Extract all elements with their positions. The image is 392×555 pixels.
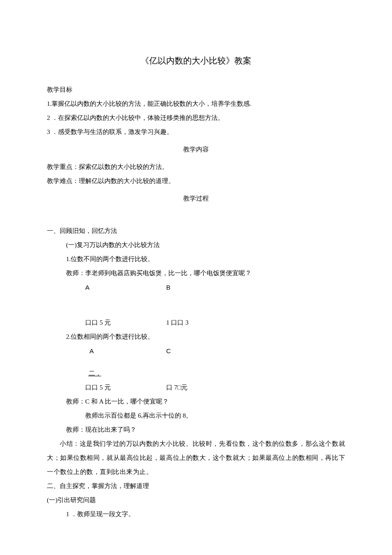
price-row-2-values: 口口 5 元 口 7□元 — [47, 381, 345, 395]
price-a2: 口口 5 元 — [85, 381, 119, 395]
goal-2: 2 ．在探索亿以内数的大小比较中，体验迁移类推的思想方法。 — [47, 111, 345, 125]
label-a2: A — [85, 344, 119, 358]
section-1-subtitle: (一)复习万以内数的大小比较方法 — [47, 238, 345, 252]
label-c: C — [166, 344, 200, 358]
price-b: 1 口口 3 — [166, 316, 200, 330]
price-a: 口口 5 元 — [85, 316, 119, 330]
process-heading: 教学过程 — [47, 192, 345, 206]
label-a: A — [85, 280, 119, 294]
section-1-teacher-2: 教师：C 和 A 比一比，哪个便宜呢？ — [47, 395, 345, 409]
section-1-item-1: 1.位数不同的两个数进行比较。 — [47, 252, 345, 266]
goal-1: 1.掌握亿以内数的大小比较的方法，能正确比较数的大小，培养学生数感. — [47, 97, 345, 111]
content-heading: 教学内容 — [47, 142, 345, 157]
teaching-difficulty: 教学难点：理解亿以内数的大小比较的道理。 — [47, 174, 345, 188]
price-row-1-values: 口口 5 元 1 口口 3 — [47, 316, 345, 330]
price-row-2-labels: A C — [47, 344, 345, 358]
section-1-teacher-3: 教师：现在比出来了吗？ — [47, 423, 345, 437]
section-2-title: 二、自主探究，掌握方法，理解道理 — [47, 479, 345, 493]
section-2-subtitle: (一)引出研究问题 — [47, 493, 345, 507]
section-1-item-2: 2.位数相同的两个数进行比较。 — [47, 330, 345, 344]
price-c: 口 7□元 — [166, 381, 200, 395]
two-underline: 二， — [47, 366, 345, 381]
document-title: 《亿以内数的大小比较》教案 — [47, 51, 345, 70]
teaching-focus: 教学重点：探索亿以数的大小比较的方法。 — [47, 160, 345, 174]
section-2-item-1: 1 ．教师呈现一段文字。 — [47, 507, 345, 521]
section-1-teacher-1: 教师：李老师到电器店购买电饭煲，比一比，哪个电饭煲便宜呢？ — [47, 266, 345, 280]
section-1-summary: 小结：这是我们学过的万以内数的大小比较。比较时，先看位数，这个数的位数多，那么这… — [47, 437, 345, 479]
section-1-title: 一、回顾旧知，回忆方法 — [47, 224, 345, 238]
goal-3: 3 ．感受数学与生活的联系，激发学习兴趣。 — [47, 125, 345, 139]
section-1-teacher-2-sub: 教师出示百位都是 6,再出示十位的 8。 — [47, 409, 345, 423]
label-b: B — [166, 280, 200, 294]
price-row-1-labels: A B — [47, 280, 345, 294]
goals-heading: 教学目标 — [47, 83, 345, 97]
